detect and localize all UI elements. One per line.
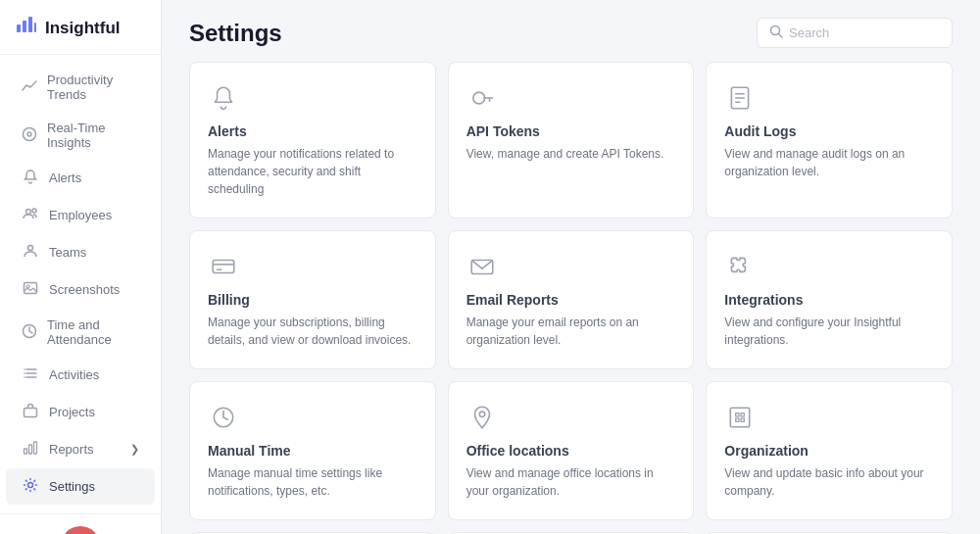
- svg-point-16: [24, 372, 25, 374]
- card-title: Email Reports: [466, 292, 676, 308]
- credit-card-icon: [208, 251, 239, 282]
- settings-grid-wrapper: Alerts Manage your notifications related…: [162, 62, 980, 534]
- search-icon: [769, 24, 783, 41]
- svg-rect-9: [24, 283, 37, 294]
- settings-card-integrations[interactable]: Integrations View and configure your Ins…: [706, 230, 953, 369]
- svg-point-10: [26, 285, 29, 288]
- list-icon: [22, 365, 39, 384]
- sidebar-item-activities[interactable]: Activities: [6, 357, 155, 393]
- app-logo: Insightful: [0, 0, 161, 55]
- svg-rect-1: [23, 21, 26, 32]
- card-title: Manual Time: [208, 443, 417, 459]
- settings-card-office-locations[interactable]: Office locations View and manage office …: [448, 381, 695, 520]
- card-description: View and manage audit logs on an organiz…: [724, 145, 934, 180]
- svg-point-5: [27, 132, 31, 136]
- nav-label: Productivity Trends: [47, 73, 139, 102]
- card-title: Audit Logs: [724, 123, 934, 139]
- bell-icon: [22, 169, 39, 187]
- nav-label: Projects: [49, 405, 95, 419]
- svg-point-4: [24, 127, 36, 140]
- briefcase-icon: [22, 403, 39, 421]
- bar-chart-icon: [22, 440, 39, 459]
- card-title: API Tokens: [466, 123, 676, 139]
- svg-point-17: [24, 376, 25, 378]
- card-description: Manage your notifications related to att…: [208, 145, 417, 198]
- settings-grid: Alerts Manage your notifications related…: [189, 62, 953, 534]
- document-list-icon: [724, 82, 756, 114]
- sidebar: Insightful Productivity Trends Real-Time…: [0, 0, 162, 534]
- app-name: Insightful: [45, 19, 120, 38]
- card-description: Manage your subscriptions, billing detai…: [208, 314, 417, 349]
- settings-card-organization[interactable]: Organization View and update basic info …: [706, 381, 953, 520]
- svg-rect-18: [24, 409, 37, 417]
- svg-rect-21: [34, 442, 37, 454]
- sidebar-item-productivity-trends[interactable]: Productivity Trends: [6, 64, 155, 111]
- svg-point-8: [28, 246, 33, 251]
- nav-label: Reports: [49, 442, 94, 457]
- sidebar-item-time-attendance[interactable]: Time and Attendance: [6, 309, 155, 356]
- svg-rect-40: [741, 418, 744, 421]
- svg-rect-37: [736, 413, 739, 416]
- chart-line-icon: [22, 78, 37, 97]
- settings-card-alerts[interactable]: Alerts Manage your notifications related…: [189, 62, 436, 218]
- page-title: Settings: [189, 20, 282, 47]
- search-input[interactable]: [789, 25, 940, 40]
- svg-rect-38: [741, 413, 744, 416]
- svg-point-22: [28, 483, 33, 488]
- sidebar-item-settings[interactable]: Settings: [6, 468, 155, 505]
- settings-card-audit-logs[interactable]: Audit Logs View and manage audit logs on…: [706, 62, 953, 218]
- svg-point-15: [24, 368, 25, 370]
- sidebar-item-projects[interactable]: Projects: [6, 394, 155, 430]
- card-title: Billing: [208, 292, 417, 308]
- settings-card-manual-time[interactable]: Manual Time Manage manual time settings …: [189, 381, 436, 520]
- user-group-icon: [22, 243, 39, 262]
- nav-label: Settings: [49, 479, 95, 494]
- clock-edit-icon: [208, 402, 239, 433]
- nav-label: Activities: [49, 367, 99, 382]
- svg-rect-2: [28, 17, 32, 32]
- svg-rect-3: [34, 23, 36, 32]
- card-title: Alerts: [208, 123, 417, 139]
- nav-label: Screenshots: [49, 282, 120, 297]
- sidebar-item-real-time-insights[interactable]: Real-Time Insights: [6, 112, 155, 159]
- sidebar-navigation: Productivity Trends Real-Time Insights A…: [0, 55, 161, 513]
- card-title: Organization: [724, 443, 934, 459]
- nav-label: Teams: [49, 245, 86, 260]
- card-description: Manage your email reports on an organiza…: [466, 314, 676, 349]
- sidebar-item-reports[interactable]: Reports ❯: [6, 431, 155, 467]
- gear-icon: [22, 477, 39, 496]
- sidebar-footer: CC Crystal Crowder: [0, 513, 161, 534]
- sidebar-item-alerts[interactable]: Alerts: [6, 160, 155, 196]
- svg-point-6: [26, 210, 31, 215]
- nav-label: Employees: [49, 208, 112, 222]
- chevron-icon: ❯: [130, 443, 139, 456]
- nav-label: Real-Time Insights: [47, 121, 139, 150]
- main-content: Settings Alerts Manage your notification…: [162, 0, 980, 534]
- sidebar-item-teams[interactable]: Teams: [6, 234, 155, 270]
- puzzle-icon: [724, 251, 756, 282]
- card-description: View and configure your Insightful integ…: [724, 314, 934, 349]
- users-icon: [22, 206, 39, 224]
- eye-circle-icon: [22, 126, 37, 145]
- svg-rect-20: [29, 445, 32, 454]
- search-bar[interactable]: [757, 18, 953, 48]
- settings-card-api-tokens[interactable]: API Tokens View, manage and create API T…: [448, 62, 695, 218]
- card-description: View, manage and create API Tokens.: [466, 145, 676, 163]
- bell-icon: [208, 82, 239, 114]
- svg-line-24: [779, 34, 783, 38]
- map-pin-icon: [466, 402, 498, 433]
- settings-card-email-reports[interactable]: Email Reports Manage your email reports …: [448, 230, 695, 369]
- card-description: Manage manual time settings like notific…: [208, 464, 417, 500]
- card-description: View and update basic info about your co…: [724, 464, 934, 500]
- envelope-icon: [466, 251, 498, 282]
- svg-point-35: [479, 412, 484, 416]
- sidebar-item-employees[interactable]: Employees: [6, 197, 155, 233]
- avatar[interactable]: CC: [61, 526, 100, 534]
- sidebar-item-screenshots[interactable]: Screenshots: [6, 271, 155, 308]
- clock-icon: [22, 323, 37, 342]
- svg-rect-19: [24, 449, 27, 454]
- svg-rect-36: [731, 408, 750, 426]
- card-title: Office locations: [466, 443, 676, 459]
- settings-card-billing[interactable]: Billing Manage your subscriptions, billi…: [189, 230, 436, 369]
- building-icon: [724, 402, 756, 433]
